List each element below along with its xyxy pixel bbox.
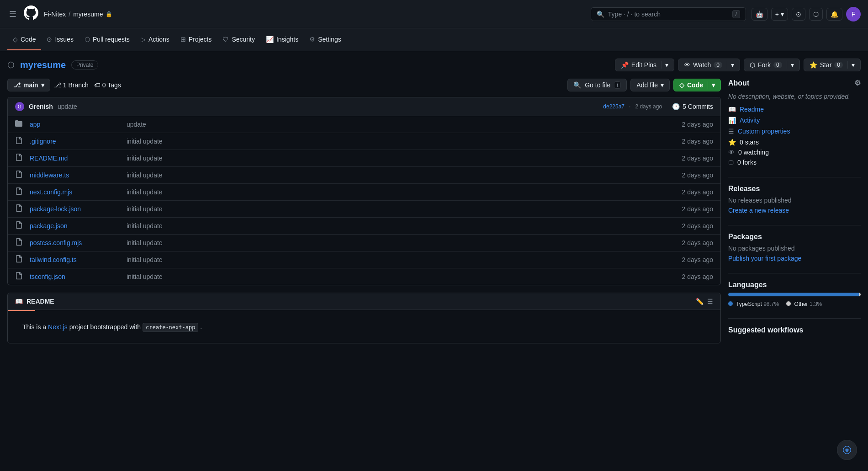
file-name[interactable]: README.md	[30, 155, 121, 162]
security-icon: 🛡	[222, 36, 229, 43]
file-name[interactable]: middleware.ts	[30, 171, 121, 179]
list-icon[interactable]: ☰	[707, 298, 713, 305]
star-button[interactable]: ⭐ Star 0 ▾	[804, 59, 861, 71]
publish-package-link[interactable]: Publish your first package	[728, 255, 861, 262]
star-icon: ⭐	[810, 61, 817, 69]
repo-logo-icon: ⬡	[7, 60, 15, 70]
custom-props-link[interactable]: ☰ Custom properties	[728, 128, 861, 135]
copilot-fab[interactable]	[837, 440, 857, 460]
readme-text-end: .	[200, 323, 202, 331]
notifications-btn[interactable]: 🔔	[826, 8, 842, 21]
tab-issues[interactable]: ⊙ Issues	[41, 29, 79, 50]
other-lang-bar	[859, 293, 861, 296]
avatar[interactable]: F	[846, 7, 861, 21]
branch-chevron: ▾	[41, 81, 44, 89]
file-name[interactable]: tsconfig.json	[30, 273, 121, 280]
code-label: Code	[687, 81, 703, 89]
branch-selector[interactable]: ⎇ main ▾	[7, 79, 50, 91]
forks-stat: ⬡ 0 forks	[728, 159, 861, 166]
hamburger-icon[interactable]: ☰	[7, 7, 18, 21]
code-icon: ◇	[679, 81, 684, 89]
tab-actions[interactable]: ▷ Actions	[135, 29, 175, 50]
search-bar[interactable]: 🔍 Type · / · to search /	[591, 7, 746, 21]
settings-icon: ⚙	[309, 36, 315, 43]
breadcrumb-user[interactable]: Fi-Nitex	[44, 11, 66, 18]
chevron-down-icon: ▾	[781, 11, 784, 18]
book-icon: 📖	[15, 298, 23, 305]
other-legend: Other 1.3%	[786, 301, 822, 307]
commit-author[interactable]: Grenish	[29, 103, 53, 110]
tab-security[interactable]: 🛡 Security	[217, 29, 260, 50]
file-table: G Grenish update de225a7 · 2 days ago 🕐 …	[7, 97, 721, 285]
nextjs-link[interactable]: Next.js	[48, 323, 68, 331]
code-chevron[interactable]: ▾	[708, 81, 715, 89]
readme-link[interactable]: 📖 Readme	[728, 106, 861, 113]
file-icon	[15, 238, 24, 247]
watch-chevron[interactable]: ▾	[727, 61, 734, 69]
code-button[interactable]: ◇ Code ▾	[673, 79, 721, 91]
typescript-pct: 98.7%	[763, 301, 779, 307]
file-name[interactable]: app	[30, 121, 121, 128]
file-commit-msg: initial update	[127, 205, 677, 213]
goto-file-kbd: t	[614, 81, 621, 89]
tags-count-item[interactable]: 🏷 0 Tags	[94, 81, 121, 89]
tags-count[interactable]: 0 Tags	[102, 81, 121, 89]
tab-insights[interactable]: 📈 Insights	[260, 29, 304, 50]
file-name[interactable]: package-lock.json	[30, 205, 121, 213]
tab-pr-label: Pull requests	[93, 36, 130, 43]
tab-actions-label: Actions	[148, 36, 169, 43]
branches-count-item[interactable]: ⎇ 1 Branch	[54, 81, 89, 89]
edit-icon[interactable]: ✏️	[696, 298, 704, 305]
about-gear-icon[interactable]: ⚙	[854, 79, 861, 87]
repo-header-actions: 📌 Edit Pins ▾ 👁 Watch 0 ▾ ⬡ Fork 0 ▾ ⭐ S…	[615, 59, 861, 71]
table-row: middleware.tsinitial update2 days ago	[8, 167, 720, 184]
fork-chevron[interactable]: ▾	[787, 61, 794, 69]
pr-icon-btn[interactable]: ⬡	[809, 8, 823, 21]
activity-link[interactable]: 📊 Activity	[728, 117, 861, 124]
packages-title: Packages	[728, 233, 861, 241]
watch-button[interactable]: 👁 Watch 0 ▾	[678, 59, 740, 71]
file-name[interactable]: tailwind.config.ts	[30, 256, 121, 263]
new-button[interactable]: + ▾	[771, 8, 788, 21]
repo-main: ⎇ main ▾ ⎇ 1 Branch 🏷 0 Tags 🔍 Go to fil…	[7, 79, 721, 345]
breadcrumb-repo[interactable]: myresume	[73, 11, 103, 18]
file-name[interactable]: .gitignore	[30, 138, 121, 145]
typescript-bar	[728, 293, 859, 296]
star-chevron[interactable]: ▾	[847, 61, 855, 69]
activity-link-label: Activity	[740, 117, 760, 124]
readme-actions: ✏️ ☰	[696, 298, 713, 305]
readme-body: This is a Next.js project bootstrapped w…	[8, 311, 720, 343]
fork-button[interactable]: ⬡ Fork 0 ▾	[744, 59, 800, 71]
issues-icon-btn[interactable]: ⊙	[792, 8, 805, 21]
tab-code[interactable]: ◇ Code	[7, 29, 41, 50]
edit-pins-label: Edit Pins	[631, 61, 656, 69]
repo-name[interactable]: myresume	[20, 60, 66, 70]
add-file-button[interactable]: Add file ▾	[630, 79, 670, 91]
about-title: About ⚙	[728, 79, 861, 87]
edit-pins-button[interactable]: 📌 Edit Pins ▾	[615, 59, 674, 71]
goto-file-button[interactable]: 🔍 Go to file t	[567, 79, 627, 91]
commits-count[interactable]: 🕐 5 Commits	[672, 103, 713, 110]
tab-settings[interactable]: ⚙ Settings	[304, 29, 347, 50]
copilot-button[interactable]: 🤖	[752, 8, 767, 21]
table-row: appupdate2 days ago	[8, 116, 720, 133]
languages-section: Languages TypeScript 98.7% Other 1.3%	[728, 281, 861, 307]
branches-count[interactable]: 1 Branch	[63, 81, 89, 89]
commit-time-ago: 2 days ago	[635, 103, 662, 110]
file-commit-msg: update	[127, 121, 677, 128]
file-name[interactable]: postcss.config.mjs	[30, 239, 121, 246]
forks-count: 0 forks	[737, 159, 757, 166]
languages-title: Languages	[728, 281, 861, 289]
github-logo[interactable]	[24, 5, 38, 23]
create-release-link[interactable]: Create a new release	[728, 207, 861, 214]
commit-hash[interactable]: de225a7	[603, 103, 625, 110]
file-name[interactable]: next.config.mjs	[30, 188, 121, 196]
releases-section: Releases No releases published Create a …	[728, 185, 861, 214]
file-name[interactable]: package.json	[30, 222, 121, 230]
editpins-chevron[interactable]: ▾	[661, 61, 668, 69]
goto-file-label: Go to file	[585, 81, 610, 89]
watch-label: Watch	[693, 61, 711, 69]
tab-projects[interactable]: ⊞ Projects	[175, 29, 217, 50]
tab-pull-requests[interactable]: ⬡ Pull requests	[79, 29, 135, 50]
branch-bar: ⎇ main ▾ ⎇ 1 Branch 🏷 0 Tags 🔍 Go to fil…	[7, 79, 721, 91]
